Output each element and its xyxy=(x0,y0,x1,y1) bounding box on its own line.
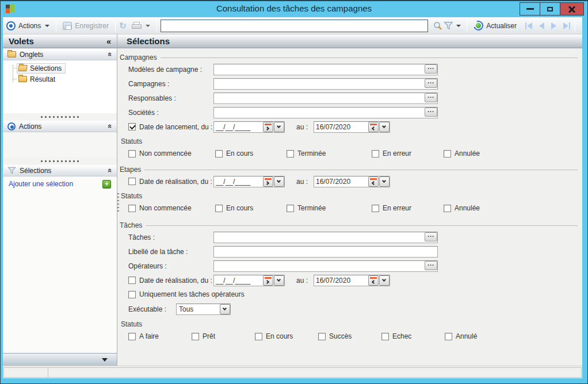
tree-item-selections[interactable]: Sélections xyxy=(17,63,117,74)
checkbox-box[interactable] xyxy=(445,333,452,340)
tree-node[interactable]: Résultat xyxy=(17,74,59,85)
minimize-button[interactable] xyxy=(520,2,540,16)
sidebar-collapse-button[interactable]: « xyxy=(106,37,111,46)
section-header-selections[interactable]: Sélections xyxy=(3,164,117,176)
tree-node-selected[interactable]: Sélections xyxy=(17,63,66,74)
checkbox-box[interactable] xyxy=(128,333,136,340)
browse-ellipsis-button[interactable] xyxy=(425,64,437,74)
responsables-input[interactable] xyxy=(213,93,438,104)
checkbox-box[interactable] xyxy=(128,150,136,158)
date-dropdown-button[interactable] xyxy=(274,176,284,187)
checkbox-box[interactable] xyxy=(444,205,451,212)
sidebar-splitter[interactable] xyxy=(3,158,117,164)
sidebar-footer-bar[interactable] xyxy=(3,353,117,366)
date-to-field[interactable]: 16/07/2020 xyxy=(314,275,390,286)
checkbox-annule[interactable]: Annulé xyxy=(445,332,508,340)
checkbox-box[interactable] xyxy=(444,150,451,158)
checkbox-box[interactable] xyxy=(372,150,379,158)
checkbox-en-cours[interactable]: En cours xyxy=(215,204,287,212)
browse-ellipsis-button[interactable] xyxy=(425,107,437,117)
tree-item-resultat[interactable]: Résultat xyxy=(17,74,117,85)
calendar-next-button[interactable] xyxy=(263,275,273,286)
date-from-field[interactable]: __/__/____ xyxy=(213,275,285,286)
checkbox-en-cours[interactable]: En cours xyxy=(255,332,318,340)
checkbox-echec[interactable]: Echec xyxy=(381,332,445,340)
checkbox-terminee[interactable]: Terminée xyxy=(287,149,372,158)
checkbox-box[interactable] xyxy=(318,333,326,340)
checkbox-en-erreur[interactable]: En erreur xyxy=(372,204,444,212)
add-selection-link[interactable]: Ajouter une sélection xyxy=(9,180,73,188)
date-dropdown-button[interactable] xyxy=(379,122,390,132)
calendar-next-button[interactable] xyxy=(263,122,273,132)
previous-record-button[interactable] xyxy=(539,22,544,29)
checkbox-annulee[interactable]: Annulée xyxy=(444,149,513,158)
checkbox-box[interactable] xyxy=(287,150,294,158)
browse-ellipsis-button[interactable] xyxy=(425,232,437,241)
checkbox-a-faire[interactable]: A faire xyxy=(128,332,192,340)
save-button[interactable]: Enregistrer xyxy=(60,21,112,31)
checkbox-annulee[interactable]: Annulée xyxy=(444,204,513,212)
actualiser-button[interactable]: Actualiser xyxy=(471,20,520,32)
first-record-button[interactable] xyxy=(525,22,532,29)
search-input[interactable] xyxy=(161,20,428,32)
campagnes-input[interactable] xyxy=(213,78,438,90)
date-from-field[interactable]: __/__/____ xyxy=(213,176,285,187)
date-dropdown-button[interactable] xyxy=(274,122,284,132)
browse-ellipsis-button[interactable] xyxy=(425,261,437,270)
checkbox-non-commencee[interactable]: Non commencée xyxy=(128,149,215,158)
date-dropdown-button[interactable] xyxy=(379,275,390,286)
last-record-button[interactable] xyxy=(563,22,570,29)
checkbox-box[interactable] xyxy=(215,150,223,158)
checkbox-en-cours[interactable]: En cours xyxy=(215,149,287,158)
operateurs-input[interactable] xyxy=(213,260,438,272)
checkbox-box[interactable] xyxy=(255,333,262,340)
modeles-campagne-input[interactable] xyxy=(213,64,438,75)
date-realisation-checkbox[interactable] xyxy=(128,277,136,284)
date-from-field[interactable]: __/__/____ xyxy=(213,121,285,133)
date-realisation-checkbox[interactable] xyxy=(128,178,136,185)
splitter-grip[interactable] xyxy=(117,193,119,213)
date-dropdown-button[interactable] xyxy=(379,176,390,187)
filter-chevron-down-icon[interactable] xyxy=(456,25,461,27)
calendar-prev-button[interactable] xyxy=(368,176,379,187)
checkbox-box[interactable] xyxy=(372,205,379,212)
checkbox-en-erreur[interactable]: En erreur xyxy=(372,149,444,158)
checkbox-box[interactable] xyxy=(128,205,136,212)
add-selection-button[interactable]: + xyxy=(102,180,111,189)
only-operators-checkbox[interactable] xyxy=(128,291,136,298)
maximize-button[interactable] xyxy=(540,2,560,16)
executable-select[interactable]: Tous xyxy=(176,304,231,315)
dropdown-button[interactable] xyxy=(220,304,230,314)
collapse-section-icon[interactable] xyxy=(106,124,114,128)
close-button[interactable] xyxy=(560,2,584,16)
checkbox-box[interactable] xyxy=(215,205,223,212)
collapse-section-icon[interactable] xyxy=(106,168,114,172)
societes-input[interactable] xyxy=(213,107,438,118)
date-to-field[interactable]: 16/07/2020 xyxy=(314,176,390,187)
print-button[interactable] xyxy=(129,21,153,30)
next-record-button[interactable] xyxy=(551,22,556,29)
checkbox-box[interactable] xyxy=(192,333,199,340)
checkbox-succes[interactable]: Succès xyxy=(318,332,381,340)
actions-menu-button[interactable]: Actions xyxy=(16,21,52,31)
calendar-prev-button[interactable] xyxy=(368,275,379,286)
calendar-prev-button[interactable] xyxy=(368,122,379,132)
section-header-onglets[interactable]: Onglets xyxy=(3,48,117,60)
date-to-field[interactable]: 16/07/2020 xyxy=(314,121,390,133)
section-header-actions[interactable]: Actions xyxy=(3,120,117,132)
sidebar-splitter[interactable] xyxy=(3,113,117,120)
checkbox-terminee[interactable]: Terminée xyxy=(287,204,372,212)
date-dropdown-button[interactable] xyxy=(274,275,284,286)
taches-input[interactable] xyxy=(213,232,438,243)
filter-icon[interactable] xyxy=(444,21,453,30)
collapse-section-icon[interactable] xyxy=(106,52,114,56)
checkbox-box[interactable] xyxy=(287,205,294,212)
libelle-tache-input[interactable] xyxy=(213,246,438,258)
date-lancement-checkbox[interactable] xyxy=(128,123,136,130)
browse-ellipsis-button[interactable] xyxy=(425,93,437,102)
checkbox-pret[interactable]: Prêt xyxy=(192,332,255,340)
browse-ellipsis-button[interactable] xyxy=(425,79,437,88)
checkbox-non-commencee[interactable]: Non commencée xyxy=(128,204,215,212)
refresh-icon[interactable]: ↻ xyxy=(119,21,127,30)
search-icon[interactable] xyxy=(434,22,440,28)
